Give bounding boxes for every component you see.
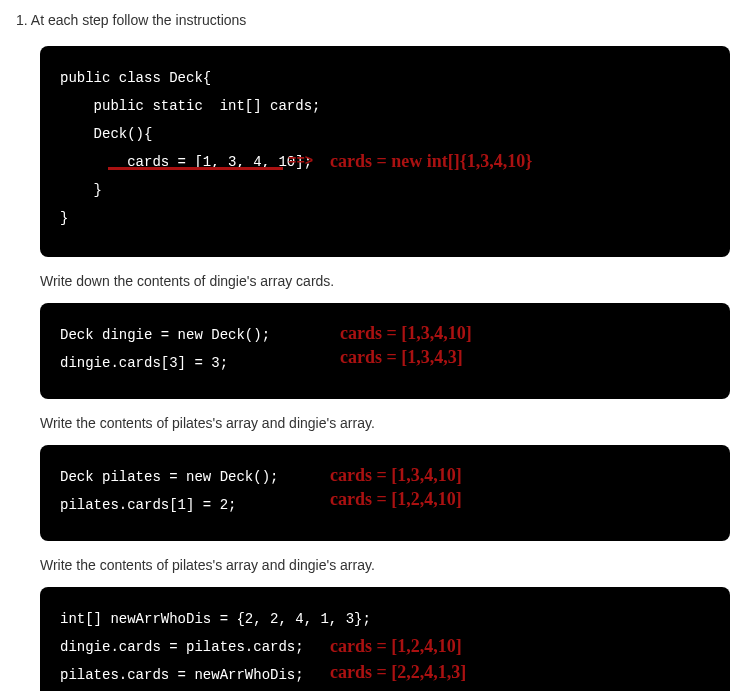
instruction-2: Write the contents of pilates's array an… xyxy=(40,415,730,431)
arrow-annotation: ==> xyxy=(288,147,313,175)
page-title: 1. At each step follow the instructions xyxy=(16,12,754,28)
instruction-1: Write down the contents of dingie's arra… xyxy=(40,273,730,289)
code-block-1: public class Deck{ public static int[] c… xyxy=(40,46,730,257)
page-container: 1. At each step follow the instructions … xyxy=(0,0,754,691)
code-block-4: int[] newArrWhoDis = {2, 2, 4, 1, 3}; di… xyxy=(40,587,730,691)
anno-b3-line2: cards = [1,2,4,10] xyxy=(330,481,462,517)
code-block-3: Deck pilates = new Deck(); pilates.cards… xyxy=(40,445,730,541)
anno-b4-line3: newArrWhoDis = null xyxy=(330,680,501,691)
instruction-3: Write the contents of pilates's array an… xyxy=(40,557,730,573)
code-block-2: Deck dingie = new Deck(); dingie.cards[3… xyxy=(40,303,730,399)
anno-b2-line2: cards = [1,3,4,3] xyxy=(340,339,463,375)
error-underline xyxy=(108,167,283,170)
fix-annotation: cards = new int[]{1,3,4,10} xyxy=(330,143,532,179)
